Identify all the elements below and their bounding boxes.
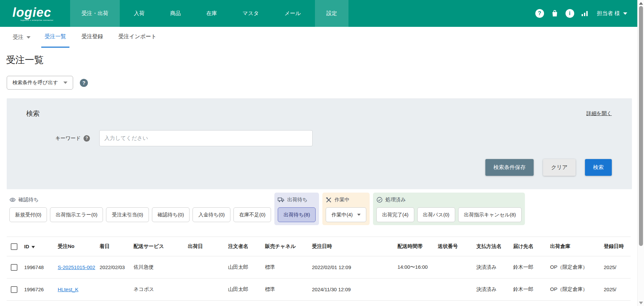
- clear-button[interactable]: クリア: [543, 159, 576, 176]
- orders-table: ID 受注No 着日 配送サービス 出荷日 注文者名 販売チャネル 受注日時 配…: [7, 237, 631, 301]
- column-header-time-window[interactable]: 配送時間帯: [382, 237, 438, 256]
- save-search-conditions-button[interactable]: 検索条件保存: [485, 159, 534, 176]
- nav-item-products[interactable]: 商品: [159, 0, 192, 27]
- status-filters: 確認待ち 新規受付(0) 出荷指示エラー(0) 受注未引当(0) 確認待ち(0)…: [7, 193, 631, 225]
- bag-icon[interactable]: [551, 9, 559, 17]
- column-header-sales-channel[interactable]: 販売チャネル: [265, 237, 312, 256]
- stats-bars-icon[interactable]: [581, 10, 588, 17]
- column-header-warehouse[interactable]: 出荷倉庫: [550, 237, 604, 256]
- table-header-row: ID 受注No 着日 配送サービス 出荷日 注文者名 販売チャネル 受注日時 配…: [7, 237, 631, 256]
- cell-delivery-service: ネコポス: [133, 278, 188, 301]
- cell-ship-date: [188, 256, 228, 278]
- column-header-arrival-date[interactable]: 着日: [100, 237, 133, 256]
- tab-order-list[interactable]: 受注一覧: [41, 27, 69, 48]
- filter-group-confirm-wait: 確認待ち 新規受付(0) 出荷指示エラー(0) 受注未引当(0) 確認待ち(0)…: [7, 193, 271, 225]
- load-search-conditions-label: 検索条件を呼び出す: [12, 80, 58, 86]
- nav-item-inventory[interactable]: 在庫: [195, 0, 228, 27]
- order-menu-label: 受注: [13, 34, 23, 41]
- cell-id: 1996726: [24, 278, 58, 301]
- user-menu[interactable]: 担当者 様: [597, 10, 627, 17]
- help-icon[interactable]: ?: [84, 135, 90, 142]
- keyword-label: キーワード: [55, 135, 81, 142]
- topbar-actions: ? i 担当者 様: [535, 0, 627, 27]
- filter-group-title: 確認待ち: [18, 197, 39, 203]
- filter-ship-complete[interactable]: 出荷完了(4): [376, 207, 414, 222]
- filter-out-of-stock[interactable]: 在庫不足(0): [233, 207, 271, 222]
- chevron-down-icon: [63, 82, 67, 84]
- filter-group-title: 作業中: [334, 197, 350, 203]
- filter-working-label: 作業中(4): [331, 212, 353, 218]
- column-header-order-no[interactable]: 受注No: [58, 237, 100, 256]
- chevron-down-icon: [623, 12, 627, 15]
- open-details-link[interactable]: 詳細を開く: [586, 110, 612, 117]
- info-icon[interactable]: i: [566, 9, 574, 18]
- filter-group-title: 出荷待ち: [287, 197, 307, 203]
- filter-ship-instruction-cancel[interactable]: 出荷指示キャンセル(8): [458, 207, 522, 222]
- tab-order-register[interactable]: 受注登録: [78, 27, 106, 48]
- check-circle-icon: [376, 197, 383, 203]
- subnav-tabs: 受注一覧 受注登録 受注インポート: [41, 27, 160, 48]
- filter-ship-instruction-error[interactable]: 出荷指示エラー(0): [50, 207, 103, 222]
- filter-confirm-wait[interactable]: 確認待ち(0): [152, 207, 190, 222]
- tools-icon: [326, 197, 332, 203]
- filter-new-orders[interactable]: 新規受付(0): [9, 207, 47, 222]
- filter-working-dropdown[interactable]: 作業中(4): [326, 207, 366, 222]
- search-heading: 検索: [26, 109, 40, 118]
- nav-item-mail[interactable]: メール: [273, 0, 312, 27]
- cell-recipient: 鈴木一郎: [513, 256, 550, 278]
- cell-ship-date: [188, 278, 228, 301]
- vertical-scrollbar[interactable]: [637, 0, 644, 306]
- filter-group-title: 処理済み: [385, 197, 406, 203]
- help-icon[interactable]: ?: [535, 9, 544, 18]
- scrollbar-thumb[interactable]: [639, 6, 643, 246]
- keyword-input[interactable]: [99, 130, 313, 146]
- column-header-payment-method[interactable]: 支払方法名: [476, 237, 513, 256]
- nav-item-master[interactable]: マスタ: [231, 0, 270, 27]
- tab-order-import[interactable]: 受注インポート: [115, 27, 160, 48]
- app-logo[interactable]: logiec logistics x enterprise connector: [12, 0, 56, 27]
- order-no-link[interactable]: S-20251015-002: [58, 264, 95, 270]
- load-search-conditions-button[interactable]: 検索条件を呼び出す: [7, 76, 73, 90]
- filter-shipping-wait[interactable]: 出荷待ち(8): [278, 207, 316, 222]
- row-checkbox[interactable]: [11, 264, 17, 271]
- cell-payment-method: 決済済み: [476, 278, 513, 301]
- column-header-tracking-no[interactable]: 送状番号: [438, 237, 476, 256]
- order-menu-dropdown[interactable]: 受注: [13, 27, 31, 48]
- logo-subtitle: logistics x enterprise connector: [20, 19, 56, 21]
- scroll-up-arrow-icon[interactable]: [639, 2, 643, 5]
- cell-recipient: 鈴木一郎: [513, 278, 550, 301]
- page-root: logiec logistics x enterprise connector …: [0, 0, 637, 306]
- column-header-registered[interactable]: 登録日時: [604, 237, 631, 256]
- column-header-orderer[interactable]: 注文者名: [228, 237, 265, 256]
- nav-item-orders-shipping[interactable]: 受注・出荷: [70, 0, 120, 27]
- filter-payment-wait[interactable]: 入金待ち(0): [193, 207, 230, 222]
- cell-tracking-no: [438, 278, 476, 301]
- column-header-ship-date[interactable]: 出荷日: [188, 237, 228, 256]
- order-no-link[interactable]: HLtest_K: [58, 287, 78, 292]
- page-title: 受注一覧: [6, 54, 637, 66]
- column-header-recipient[interactable]: 届け先名: [513, 237, 550, 256]
- column-header-order-datetime[interactable]: 受注日時: [312, 237, 382, 256]
- column-header-delivery-service[interactable]: 配送サービス: [133, 237, 188, 256]
- cell-order-datetime: 2022/02/01 12:09: [312, 256, 382, 278]
- filter-unallocated[interactable]: 受注未引当(0): [106, 207, 149, 222]
- column-header-id[interactable]: ID: [24, 237, 58, 256]
- row-checkbox[interactable]: [11, 286, 17, 293]
- cell-registered: 2025/: [604, 256, 631, 278]
- cell-warehouse: OP（限定倉庫）: [550, 278, 604, 301]
- help-icon[interactable]: ?: [80, 79, 88, 87]
- sub-navigation: 受注 受注一覧 受注登録 受注インポート: [0, 27, 637, 48]
- cell-delivery-service: 佐川急便: [133, 256, 188, 278]
- filter-ship-pass[interactable]: 出荷パス(0): [417, 207, 455, 222]
- top-navigation-bar: logiec logistics x enterprise connector …: [0, 0, 637, 27]
- nav-item-receiving[interactable]: 入荷: [122, 0, 156, 27]
- cell-registered: 2025/: [604, 278, 631, 301]
- scroll-down-arrow-icon[interactable]: [639, 302, 643, 304]
- nav-item-settings[interactable]: 設定: [315, 0, 348, 27]
- filter-group-processed: 処理済み 出荷完了(4) 出荷パス(0) 出荷指示キャンセル(8): [373, 193, 525, 225]
- select-all-checkbox[interactable]: [11, 243, 17, 250]
- cell-sales-channel: 標準: [265, 256, 312, 278]
- search-button[interactable]: 検索: [585, 159, 612, 176]
- load-conditions-row: 検索条件を呼び出す ?: [7, 76, 637, 90]
- cell-payment-method: 決済済み: [476, 256, 513, 278]
